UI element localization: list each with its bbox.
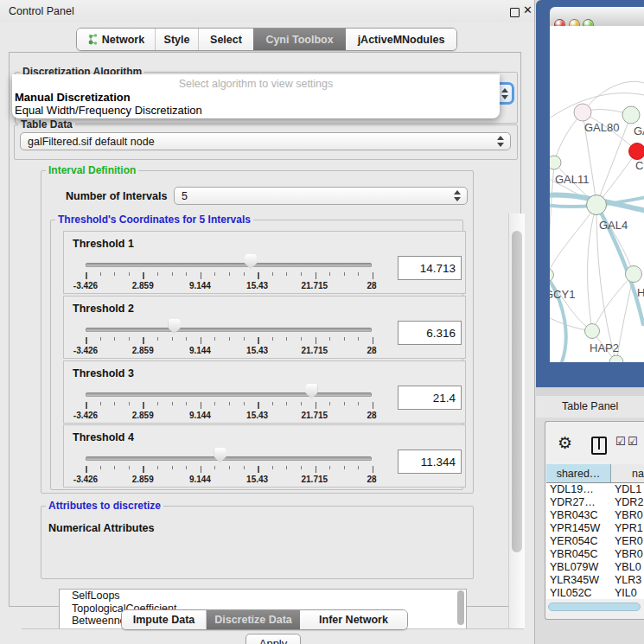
cell-shared-name[interactable]: YBR045C bbox=[546, 548, 611, 561]
threshold-slider[interactable]: -3.4262.8599.14415.4321.71528 bbox=[86, 361, 372, 423]
tick-label: 15.43 bbox=[246, 346, 268, 355]
column-header-shared-name[interactable]: shared… bbox=[546, 464, 611, 482]
tab-discretize-data-label: Discretize Data bbox=[214, 614, 292, 626]
cell-name[interactable]: YER0 bbox=[611, 535, 644, 548]
tab-select[interactable]: Select bbox=[199, 29, 253, 50]
threshold-box: Threshold 1 -3.4262.8599.14415.4321.7152… bbox=[63, 231, 466, 294]
cell-shared-name[interactable]: YBR043C bbox=[546, 509, 611, 522]
tick-label: 9.144 bbox=[189, 411, 211, 420]
close-icon[interactable]: ✕ bbox=[523, 3, 532, 16]
cell-shared-name[interactable]: YPR145W bbox=[546, 522, 611, 535]
tab-jactivemnodules-label: jActiveMNodules bbox=[358, 34, 445, 46]
table-row[interactable]: YER054CYER0 bbox=[546, 535, 644, 548]
table-row[interactable]: YIL052CYIL0 bbox=[546, 587, 644, 599]
cell-shared-name[interactable]: YIL052C bbox=[546, 587, 611, 599]
cell-name[interactable]: YBL0 bbox=[611, 561, 644, 574]
cell-shared-name[interactable]: YBL079W bbox=[546, 561, 611, 574]
panel-scrollbar-thumb[interactable] bbox=[512, 231, 522, 552]
tab-discretize-data[interactable]: Discretize Data bbox=[207, 610, 300, 629]
tick-label: 21.715 bbox=[302, 281, 328, 290]
slider-track[interactable] bbox=[86, 328, 372, 332]
slider-track[interactable] bbox=[86, 392, 372, 397]
gear-icon[interactable]: ⚙ bbox=[558, 433, 572, 452]
network-graph[interactable]: GAL80GACYGAL11GAL4GCY1HHAP2 bbox=[550, 26, 644, 362]
threshold-slider[interactable]: -3.4262.8599.14415.4321.71528 bbox=[86, 296, 372, 358]
cell-name[interactable]: YDL1 bbox=[611, 483, 644, 496]
attributes-list-scrollbar[interactable] bbox=[457, 590, 464, 625]
threshold-value-box[interactable]: 21.4 bbox=[398, 386, 462, 410]
threshold-value-box[interactable]: 14.713 bbox=[398, 256, 462, 280]
network-node[interactable] bbox=[585, 324, 600, 339]
table-rows: YDL19…YDL1YDR27…YDR2YBR043CYBR0YPR145WYP… bbox=[546, 483, 644, 599]
table-row[interactable]: YLR345WYLR3 bbox=[546, 574, 644, 587]
table-row[interactable]: YDR27…YDR2 bbox=[546, 496, 644, 509]
table-hscrollbar-track[interactable] bbox=[546, 601, 644, 613]
tab-infer-network[interactable]: Infer Network bbox=[300, 610, 407, 629]
checkbox-icon[interactable]: ☑ bbox=[615, 435, 626, 448]
table-row[interactable]: YDL19…YDL1 bbox=[546, 483, 644, 496]
threshold-value-box[interactable]: 11.344 bbox=[398, 450, 462, 474]
apply-button[interactable]: Apply bbox=[245, 634, 301, 644]
cell-name[interactable]: YPR1 bbox=[611, 522, 644, 535]
slider-ticks-major bbox=[86, 272, 373, 279]
cyni-toolbox-panel: Discretization Algorithm Table Data galF… bbox=[9, 52, 521, 607]
tab-style[interactable]: Style bbox=[156, 29, 199, 50]
cell-name[interactable]: YDR2 bbox=[611, 496, 644, 509]
cell-name[interactable]: YIL0 bbox=[611, 587, 644, 599]
threshold-slider[interactable]: -3.4262.8599.14415.4321.71528 bbox=[86, 425, 372, 487]
cell-name[interactable]: YBR0 bbox=[611, 548, 644, 561]
cell-name[interactable]: YBR0 bbox=[611, 509, 644, 522]
cell-shared-name[interactable]: YDL19… bbox=[546, 483, 611, 496]
attribute-list-item[interactable]: SelfLoops bbox=[60, 590, 466, 603]
table-header-row: shared… na bbox=[546, 464, 644, 483]
slider-track[interactable] bbox=[86, 456, 372, 461]
network-edge[interactable] bbox=[588, 205, 596, 331]
table-hscrollbar-thumb[interactable] bbox=[548, 603, 641, 611]
network-edge[interactable] bbox=[550, 275, 592, 331]
dropdown-item-manual-discretization[interactable]: Manual Discretization bbox=[15, 91, 131, 104]
float-window-icon[interactable] bbox=[510, 8, 520, 17]
tab-network[interactable]: Network bbox=[77, 29, 156, 50]
table-data-combobox[interactable]: galFiltered.sif default node bbox=[20, 132, 511, 150]
tab-impute-data[interactable]: Impute Data bbox=[122, 610, 207, 629]
table-row[interactable]: YPR145WYPR1 bbox=[546, 522, 644, 535]
network-node[interactable] bbox=[629, 143, 644, 160]
numerical-attributes-label: Numerical Attributes bbox=[48, 522, 154, 534]
threshold-slider[interactable]: -3.4262.8599.14415.4321.71528 bbox=[86, 232, 372, 293]
cell-name[interactable]: YLR3 bbox=[611, 574, 644, 587]
tab-jactivemnodules[interactable]: jActiveMNodules bbox=[346, 29, 456, 50]
cell-shared-name[interactable]: YER054C bbox=[546, 535, 611, 548]
cell-shared-name[interactable]: YLR345W bbox=[546, 574, 611, 587]
network-node[interactable] bbox=[626, 266, 642, 283]
dropdown-prompt-item[interactable]: Select algorithm to view settings bbox=[12, 78, 500, 90]
tab-cyni-toolbox[interactable]: Cyni Toolbox bbox=[253, 29, 346, 50]
table-row[interactable]: YBL079WYBL0 bbox=[546, 561, 644, 574]
network-node[interactable] bbox=[574, 104, 591, 121]
slider-ticks-major bbox=[86, 337, 373, 344]
tab-select-label: Select bbox=[210, 34, 242, 46]
columns-icon[interactable] bbox=[591, 437, 607, 455]
checkbox-icon[interactable]: ☑ bbox=[628, 435, 638, 448]
tab-cyni-toolbox-label: Cyni Toolbox bbox=[265, 34, 333, 46]
table-data-combobox-value: galFiltered.sif default node bbox=[28, 136, 155, 148]
apply-button-label: Apply bbox=[259, 637, 288, 644]
tab-style-label: Style bbox=[164, 34, 190, 46]
number-of-intervals-combobox[interactable]: 5 bbox=[174, 187, 468, 205]
network-canvas[interactable]: GAL80GACYGAL11GAL4GCY1HHAP2 bbox=[550, 26, 644, 362]
threshold-value-box[interactable]: 6.316 bbox=[398, 321, 462, 345]
table-row[interactable]: YBR043CYBR0 bbox=[546, 509, 644, 522]
network-node[interactable] bbox=[550, 269, 554, 282]
column-header-name[interactable]: na bbox=[611, 464, 644, 482]
network-node[interactable] bbox=[550, 156, 561, 169]
dropdown-item-equal-width[interactable]: Equal Width/Frequency Discretization bbox=[15, 104, 202, 117]
table-row[interactable]: YBR045CYBR0 bbox=[546, 548, 644, 561]
tick-label: 9.144 bbox=[189, 281, 211, 290]
network-node[interactable] bbox=[622, 106, 640, 124]
slider-track[interactable] bbox=[86, 263, 372, 267]
network-node[interactable] bbox=[587, 195, 607, 215]
algorithm-dropdown-popup: Select algorithm to view settings Manual… bbox=[12, 74, 500, 118]
panel-scrollbar-track[interactable] bbox=[508, 214, 525, 628]
tick-label: 9.144 bbox=[189, 346, 211, 355]
cell-shared-name[interactable]: YDR27… bbox=[546, 496, 611, 509]
node-attribute-table[interactable]: shared… na YDL19…YDL1YDR27…YDR2YBR043CYB… bbox=[546, 464, 644, 599]
